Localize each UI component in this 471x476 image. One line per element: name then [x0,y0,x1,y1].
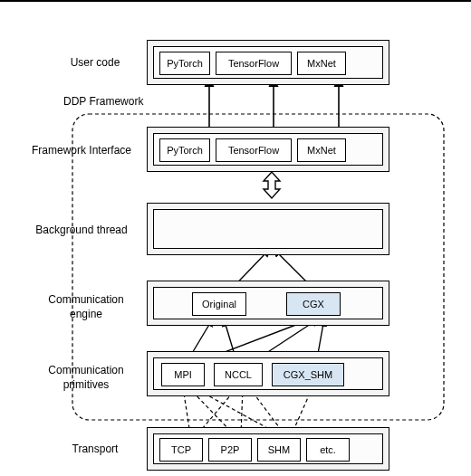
label-background-thread: Background thread [27,224,136,238]
box-original: Original [192,292,246,316]
box-tensorflow-user: TensorFlow [216,52,292,75]
box-etc: etc. [306,438,350,462]
box-cgx-shm: CGX_SHM [272,363,344,386]
box-p2p: P2P [208,438,252,462]
box-shm: SHM [257,438,301,462]
box-tensorflow-fi: TensorFlow [216,138,292,162]
label-ddp-framework: DDP Framework [63,95,143,108]
group-comm-primitives: MPI NCCL CGX_SHM [147,351,389,396]
label-communication-primitives: Communication primitives [32,364,140,392]
group-user-code-inner: PyTorch TensorFlow MxNet [153,46,383,79]
box-pytorch-user: PyTorch [159,52,210,75]
group-transport: TCP P2P SHM etc. [147,427,389,471]
label-framework-interface: Framework Interface [27,144,136,158]
label-user-code: User code [41,56,149,71]
box-mxnet-fi: MxNet [297,138,346,162]
group-comm-primitives-inner: MPI NCCL CGX_SHM [153,357,383,390]
group-user-code: PyTorch TensorFlow MxNet [147,40,389,85]
label-communication-engine: Communication engine [32,293,140,321]
group-comm-engine: Original CGX [147,281,389,326]
box-tcp: TCP [159,438,203,462]
box-cgx: CGX [286,292,341,316]
group-background-thread-inner [153,209,383,249]
label-transport: Transport [41,443,149,457]
box-nccl: NCCL [214,363,263,386]
group-comm-engine-inner: Original CGX [153,287,383,319]
architecture-diagram: User code DDP Framework Framework Interf… [0,0,471,476]
group-background-thread [147,203,389,255]
box-mpi: MPI [161,363,205,386]
box-mxnet-user: MxNet [297,52,346,75]
box-pytorch-fi: PyTorch [159,138,210,162]
group-framework-interface-inner: PyTorch TensorFlow MxNet [153,133,383,166]
group-framework-interface: PyTorch TensorFlow MxNet [147,127,389,172]
group-transport-inner: TCP P2P SHM etc. [153,433,383,464]
